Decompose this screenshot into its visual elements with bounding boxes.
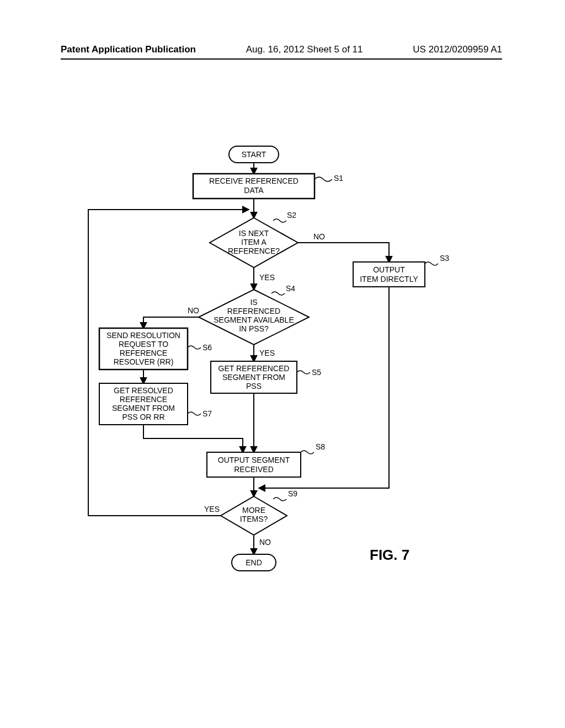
header-right: US 2012/0209959 A1	[413, 44, 502, 55]
s6-line4: RESOLVER (RR)	[114, 357, 174, 366]
s2-line3: REFERENCE?	[228, 247, 280, 255]
s8-line1: OUTPUT SEGMENT	[218, 456, 290, 464]
s6-tag: S6	[202, 343, 212, 352]
s7-leader	[188, 412, 201, 415]
s9-tag: S9	[288, 489, 297, 498]
s7-line3: SEGMENT FROM	[112, 404, 175, 413]
s8-leader	[301, 451, 314, 454]
s5-line2: SEGMENT FROM	[222, 373, 285, 382]
s6-line2: REQUEST TO	[119, 340, 168, 349]
s2-line1: IS NEXT	[239, 229, 269, 238]
s5-line3: PSS	[246, 382, 262, 390]
s4-line3: SEGMENT AVAILABLE	[214, 315, 294, 324]
s7-line2: REFERENCE	[120, 395, 167, 404]
s5-tag: S5	[312, 368, 321, 377]
s5-line1: GET REFERENCED	[218, 364, 290, 373]
edge-s4-no	[143, 317, 199, 328]
s8-tag: S8	[316, 442, 325, 451]
s9-line2: ITEMS?	[240, 515, 268, 523]
s3-line1: OUTPUT	[373, 265, 405, 274]
s4-yes-label: YES	[259, 349, 275, 357]
s2-yes-label: YES	[259, 273, 275, 282]
flowchart: START RECEIVE REFERENCED DATA S1 IS NEXT…	[83, 143, 480, 629]
header-left: Patent Application Publication	[61, 44, 196, 55]
s1-line2: DATA	[244, 186, 264, 195]
s6-line1: SEND RESOLUTION	[106, 331, 180, 340]
s4-line1: IS	[250, 298, 257, 307]
s2-line2: ITEM A	[241, 238, 267, 247]
edge-s7-s8	[143, 425, 243, 452]
header-mid: Aug. 16, 2012 Sheet 5 of 11	[246, 44, 363, 55]
s4-no-label: NO	[188, 306, 199, 315]
s3-tag: S3	[440, 254, 449, 263]
figure-label: FIG. 7	[370, 547, 409, 563]
s7-line4: PSS OR RR	[122, 413, 164, 421]
edge-s2-no	[298, 243, 389, 262]
s5-leader	[297, 371, 310, 374]
s2-tag: S2	[287, 211, 296, 220]
s3-leader	[425, 262, 438, 265]
s9-yes-label: YES	[204, 505, 220, 513]
end-label: END	[246, 558, 262, 567]
s4-tag: S4	[286, 284, 295, 293]
s4-leader	[271, 292, 285, 295]
s3-line2: ITEM DIRECTLY	[360, 275, 418, 283]
s4-line2: REFERENCED	[227, 307, 280, 315]
s9-no-label: NO	[259, 538, 271, 547]
page-header: Patent Application Publication Aug. 16, …	[61, 44, 502, 60]
s1-tag: S1	[334, 174, 343, 183]
s9-line1: MORE	[242, 506, 265, 515]
start-label: START	[242, 150, 266, 159]
s9-leader	[273, 497, 286, 501]
s4-line4: IN PSS?	[239, 324, 269, 333]
s2-no-label: NO	[313, 232, 325, 241]
s6-line3: REFERENCE	[120, 349, 167, 357]
s7-tag: S7	[202, 409, 212, 418]
s2-leader	[273, 219, 286, 222]
s8-line2: RECEIVED	[234, 465, 274, 474]
s1-leader	[315, 177, 332, 181]
s6-leader	[188, 346, 201, 349]
s1-line1: RECEIVE REFERENCED	[209, 176, 299, 185]
s7-line1: GET RESOLVED	[114, 386, 173, 395]
